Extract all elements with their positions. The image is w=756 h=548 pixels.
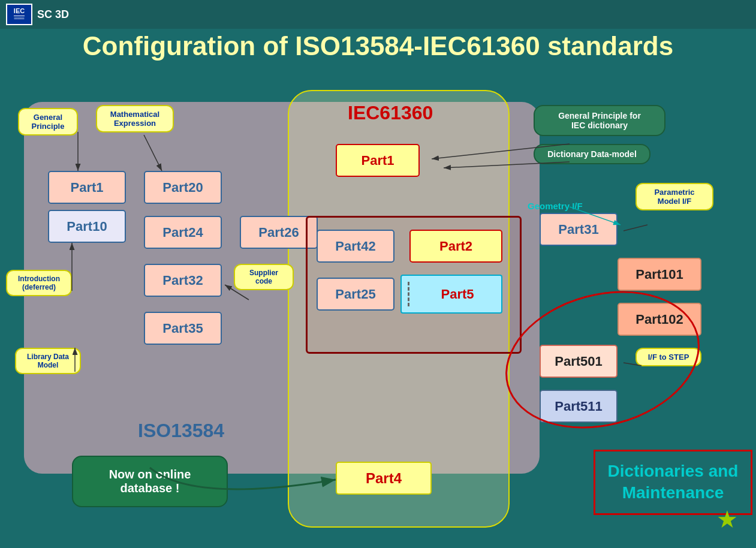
iso-label: ISO13584	[138, 420, 224, 442]
callout-introduction: Introduction (deferred)	[6, 270, 72, 296]
part1-iso-box: Part1	[48, 171, 126, 204]
part101-box: Part101	[618, 258, 701, 291]
part25-box: Part25	[317, 278, 394, 311]
part24-box: Part24	[144, 216, 222, 249]
iec-label: IEC61360	[348, 102, 433, 124]
part5-container: Part5	[400, 275, 502, 314]
part20-box: Part20	[144, 171, 222, 204]
svg-line-8	[624, 225, 647, 231]
part511-box: Part511	[540, 390, 618, 423]
callout-general-principle: General Principle	[18, 108, 78, 136]
part2-box: Part2	[409, 230, 502, 263]
geometry-if-label: Geometry I/F	[528, 201, 583, 211]
callout-supplier-code: Supplier code	[234, 264, 294, 290]
part102-box: Part102	[618, 303, 701, 336]
part1-iec-box: Part1	[336, 144, 420, 177]
callout-if-to-step: I/F to STEP	[635, 348, 701, 366]
callout-now-online: Now on online database !	[72, 456, 228, 507]
part4-box: Part4	[336, 462, 432, 495]
diagram: ISO13584 IEC61360 General Principle Math…	[12, 72, 744, 536]
dashed-separator	[408, 282, 409, 306]
part35-box: Part35	[144, 312, 222, 345]
part501-box: Part501	[540, 345, 618, 378]
callout-math-expression: Mathematical Expression	[96, 105, 174, 133]
callout-dictionary-datamodel: Dictionary Data-model	[534, 144, 650, 164]
part31-box: Part31	[540, 213, 618, 246]
sc3d-label: SC 3D	[37, 8, 69, 21]
inner-red-container: Part42 Part2 Part25 Part5	[306, 216, 522, 354]
green-star-icon: ★	[716, 505, 738, 533]
part32-box: Part32	[144, 264, 222, 297]
part42-box: Part42	[317, 230, 394, 263]
callout-library-data: Library Data Model	[15, 348, 81, 374]
part10-box: Part10	[48, 210, 126, 243]
callout-general-principle-iec: General Principle for IEC dictionary	[534, 105, 665, 136]
iec-logo: IEC ═══	[6, 4, 32, 25]
header-bar: IEC ═══ SC 3D	[0, 0, 756, 29]
callout-parametric: Parametric Model I/F	[635, 183, 713, 210]
main-title: Configuration of ISO13584-IEC61360 stand…	[0, 31, 756, 61]
